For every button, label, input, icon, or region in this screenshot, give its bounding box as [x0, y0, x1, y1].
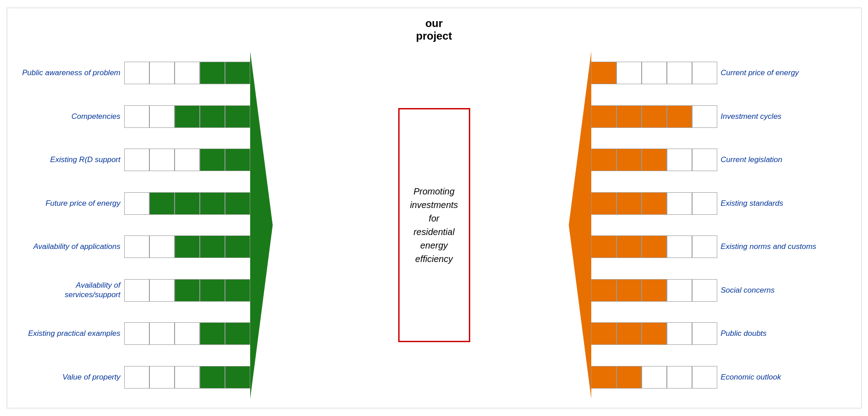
bar-segment	[225, 279, 250, 302]
left-label-item: Existing R(D support	[21, 145, 121, 175]
bar-segment	[616, 366, 642, 389]
bar-segment	[175, 62, 200, 84]
bar-segment	[591, 235, 616, 258]
bar-segment	[225, 62, 250, 84]
bar-segment	[225, 366, 250, 389]
bar-segment	[225, 322, 250, 345]
bar-segment	[200, 279, 225, 302]
bar-segment	[616, 62, 642, 84]
bar-segment	[149, 279, 175, 302]
bar-segment	[642, 62, 667, 84]
project-text: Promotinginvestmentsforresidentialenergy…	[410, 185, 458, 266]
left-label-item: Availability of services/support	[21, 275, 121, 306]
bar-segment	[616, 105, 642, 128]
bar-segment	[200, 322, 225, 345]
right-label-item: Social concerns	[721, 275, 821, 306]
bar-segment	[642, 105, 667, 128]
center-area: Promotinginvestmentsforresidentialenergy…	[385, 51, 484, 399]
left-bar-row	[124, 365, 250, 389]
bar-segment	[616, 322, 642, 345]
bar-segment	[591, 366, 616, 389]
bar-segment	[642, 192, 667, 215]
right-bar-row	[591, 104, 717, 129]
left-bar-row	[124, 104, 250, 129]
bar-segment	[642, 149, 667, 171]
left-bar-row	[124, 148, 250, 172]
bar-segment	[200, 192, 225, 215]
right-arrow	[560, 51, 591, 399]
bar-segment	[175, 235, 200, 258]
bar-segment	[225, 149, 250, 171]
bar-segment	[225, 235, 250, 258]
bar-segment	[667, 322, 692, 345]
bar-segment	[200, 235, 225, 258]
bar-segment	[124, 192, 149, 215]
right-bar-row	[591, 365, 717, 389]
bar-segment	[642, 322, 667, 345]
right-label-item: Public doubts	[721, 318, 821, 349]
bar-segment	[124, 322, 149, 345]
left-label-item: Public awareness of problem	[21, 58, 121, 88]
bar-segment	[667, 62, 692, 84]
left-bar-row	[124, 191, 250, 216]
bar-segment	[225, 105, 250, 128]
bar-segment	[616, 235, 642, 258]
bar-segment	[591, 279, 616, 302]
right-bars	[591, 51, 717, 399]
right-bar-row	[591, 321, 717, 346]
bar-segment	[124, 105, 149, 128]
bar-segment	[667, 366, 692, 389]
left-label-item: Availability of applications	[21, 231, 121, 262]
bar-segment	[225, 192, 250, 215]
svg-marker-0	[250, 51, 273, 399]
main-content: Public awareness of problemCompetenciesE…	[21, 51, 848, 399]
bar-segment	[591, 62, 616, 84]
bar-segment	[616, 192, 642, 215]
left-bar-row	[124, 235, 250, 259]
bar-segment	[200, 149, 225, 171]
right-bar-row	[591, 278, 717, 303]
bar-segment	[149, 366, 175, 389]
bar-segment	[642, 235, 667, 258]
bar-segment	[124, 279, 149, 302]
bar-segment	[591, 105, 616, 128]
bar-segment	[692, 235, 717, 258]
bar-segment	[124, 149, 149, 171]
left-bar-row	[124, 278, 250, 303]
right-bar-row	[591, 61, 717, 85]
right-label-item: Investment cycles	[721, 101, 821, 132]
bar-segment	[124, 235, 149, 258]
right-label-item: Economic outlook	[721, 362, 821, 393]
right-label-item: Existing standards	[721, 188, 821, 219]
svg-marker-1	[569, 51, 591, 399]
bar-segment	[124, 366, 149, 389]
left-arrow	[250, 51, 282, 399]
right-bar-row	[591, 235, 717, 259]
bar-segment	[149, 149, 175, 171]
bar-segment	[667, 192, 692, 215]
bar-segment	[175, 149, 200, 171]
bar-segment	[667, 105, 692, 128]
bar-segment	[149, 322, 175, 345]
left-labels: Public awareness of problemCompetenciesE…	[21, 51, 124, 399]
center-header: ourproject	[389, 17, 479, 42]
left-bar-row	[124, 61, 250, 85]
headers: ourproject	[21, 17, 848, 42]
bar-segment	[149, 235, 175, 258]
bar-segment	[667, 235, 692, 258]
right-label-item: Existing norms and customs	[721, 231, 821, 262]
bar-segment	[692, 62, 717, 84]
left-label-item: Future price of energy	[21, 188, 121, 219]
right-label-item: Current price of energy	[721, 58, 821, 88]
bar-segment	[200, 62, 225, 84]
left-label-item: Existing practical examples	[21, 318, 121, 349]
bar-segment	[200, 105, 225, 128]
right-label-item: Current legislation	[721, 145, 821, 175]
bar-segment	[692, 366, 717, 389]
right-labels: Current price of energyInvestment cycles…	[717, 51, 821, 399]
bar-segment	[692, 105, 717, 128]
bar-segment	[692, 279, 717, 302]
left-label-item: Competencies	[21, 101, 121, 132]
left-side: Public awareness of problemCompetenciesE…	[21, 51, 309, 399]
bar-segment	[591, 322, 616, 345]
